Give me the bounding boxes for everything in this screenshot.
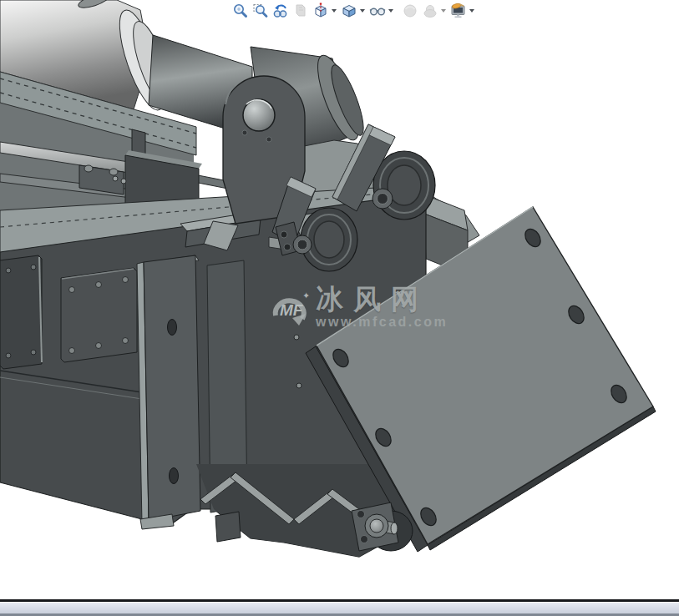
hide-show-items-icon bbox=[369, 3, 386, 19]
display-style-dropdown-caret[interactable] bbox=[360, 9, 365, 13]
section-view-button[interactable] bbox=[312, 1, 338, 21]
previous-view-icon[interactable] bbox=[271, 1, 290, 21]
hide-show-items-button[interactable] bbox=[368, 1, 395, 21]
graphics-viewport[interactable] bbox=[0, 0, 679, 616]
display-style-button[interactable] bbox=[340, 1, 367, 21]
hide-show-items-dropdown-caret[interactable] bbox=[388, 9, 393, 13]
zoom-to-area-icon[interactable] bbox=[251, 1, 270, 21]
apply-scene-icon[interactable] bbox=[401, 1, 419, 21]
vertical-rib[interactable] bbox=[137, 255, 200, 529]
foot-block bbox=[215, 512, 241, 542]
section-view-dropdown-caret[interactable] bbox=[332, 9, 337, 13]
status-bar bbox=[0, 602, 679, 613]
section-view-icon bbox=[312, 3, 329, 19]
housing-left-pad[interactable] bbox=[0, 255, 42, 369]
3d-drawing-view-icon[interactable] bbox=[291, 1, 310, 21]
housing-access-panel[interactable] bbox=[61, 268, 137, 362]
edit-appearance-dropdown-caret[interactable] bbox=[469, 9, 474, 13]
edit-appearance-button[interactable] bbox=[449, 1, 476, 21]
view-settings-dropdown-caret[interactable] bbox=[441, 9, 446, 13]
view-settings-icon bbox=[422, 3, 438, 19]
display-style-icon bbox=[341, 3, 357, 19]
edit-appearance-icon bbox=[450, 3, 467, 19]
clevis-bore bbox=[243, 99, 275, 131]
view-heads-up-toolbar bbox=[231, 1, 476, 21]
cad-model[interactable] bbox=[0, 0, 679, 616]
roller-link-upper[interactable] bbox=[332, 124, 435, 220]
zoom-to-fit-icon[interactable] bbox=[231, 1, 250, 21]
view-settings-button[interactable] bbox=[421, 1, 448, 21]
